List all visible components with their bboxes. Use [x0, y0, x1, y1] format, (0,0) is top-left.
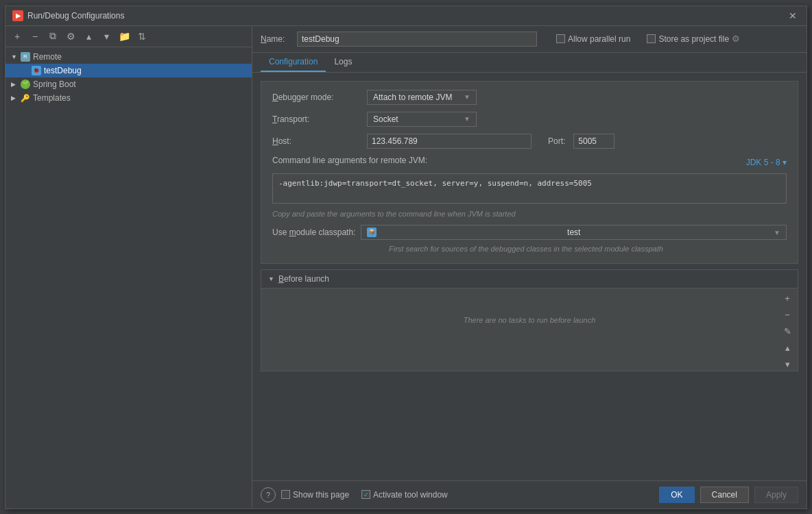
dialog-title: Run/Debug Configurations [27, 11, 124, 21]
app-icon: ▶ [12, 10, 23, 21]
host-label: Host: [272, 136, 361, 146]
before-launch-body: There are no tasks to run before launch … [261, 289, 798, 371]
before-launch-up-button[interactable]: ▴ [780, 341, 795, 356]
templates-arrow: ▶ [11, 95, 18, 101]
config-panel: Debugger mode: Attach to remote JVM ▼ Tr… [252, 73, 807, 480]
tab-logs[interactable]: Logs [326, 53, 360, 72]
before-launch-edit-button[interactable]: ✎ [780, 324, 795, 339]
tab-configuration[interactable]: Configuration [261, 53, 326, 72]
tree-item-templates[interactable]: ▶ 🔑 Templates [5, 91, 252, 105]
parallel-run-option: Allow parallel run [556, 34, 630, 44]
activate-tool-checkbox[interactable] [361, 490, 370, 499]
folder-button[interactable]: 📁 [117, 29, 132, 44]
host-input[interactable] [367, 134, 532, 149]
title-bar: ▶ Run/Debug Configurations ✕ [5, 6, 807, 26]
sort-button[interactable]: ⇅ [134, 29, 150, 44]
cmd-header: Command line arguments for remote JVM: J… [272, 156, 787, 169]
templates-icon: 🔑 [21, 93, 30, 103]
move-up-button[interactable]: ▴ [81, 29, 96, 44]
debugger-mode-value: Attach to remote JVM [373, 93, 452, 102]
before-launch-down-button[interactable]: ▾ [780, 357, 795, 372]
parallel-run-label: Allow parallel run [568, 34, 630, 44]
springboot-icon: 🌱 [21, 79, 30, 89]
run-debug-dialog: ▶ Run/Debug Configurations ✕ + − ⧉ ⚙ [5, 5, 807, 509]
store-project-gear-icon[interactable]: ⚙ [732, 34, 740, 44]
before-launch-add-button[interactable]: + [780, 291, 795, 306]
remote-icon: R [21, 52, 30, 62]
debugger-mode-dropdown[interactable]: Attach to remote JVM ▼ [367, 90, 477, 105]
ok-button[interactable]: OK [659, 487, 694, 503]
before-launch-remove-button[interactable]: − [780, 308, 795, 323]
transport-row: Transport: Socket ▼ [272, 112, 787, 127]
cancel-button[interactable]: Cancel [700, 487, 749, 503]
transport-dropdown[interactable]: Socket ▼ [367, 112, 477, 127]
before-launch-arrow-icon: ▼ [268, 276, 274, 282]
springboot-label: Spring Boot [33, 79, 246, 89]
content-area: + − ⧉ ⚙ ▴ ▾ 📁 [5, 26, 807, 509]
debugger-mode-label: Debugger mode: [272, 93, 361, 102]
classpath-arrow-icon: ▼ [774, 229, 780, 236]
store-project-label: Store as project file [658, 34, 729, 44]
templates-label: Templates [33, 93, 246, 103]
debugger-mode-arrow-icon: ▼ [464, 93, 470, 101]
debugger-mode-row: Debugger mode: Attach to remote JVM ▼ [272, 90, 787, 105]
footer-options: Show this page Activate tool window [281, 490, 448, 500]
main-config-section: Debugger mode: Attach to remote JVM ▼ Tr… [261, 81, 798, 264]
name-field-label: Name: [261, 34, 291, 44]
remote-arrow: ▼ [11, 53, 18, 60]
tree-item-testdebug[interactable]: 🐞 testDebug [5, 64, 252, 77]
tree-item-springboot[interactable]: ▶ 🌱 Spring Boot [5, 77, 252, 91]
footer-actions: OK Cancel Apply [659, 487, 798, 503]
before-launch-title: Before launch [278, 274, 329, 284]
activate-tool-label: Activate tool window [373, 490, 448, 500]
tree-item-remote[interactable]: ▼ R Remote [5, 50, 252, 64]
transport-arrow-icon: ▼ [464, 115, 470, 123]
move-down-button[interactable]: ▾ [99, 29, 114, 44]
classpath-value: test [567, 228, 580, 237]
transport-value: Socket [373, 114, 398, 124]
cmd-label: Command line arguments for remote JVM: [272, 156, 427, 165]
classpath-label: Use module classpath: [272, 228, 355, 237]
store-project-checkbox[interactable] [647, 34, 656, 43]
config-tabs: Configuration Logs [252, 53, 807, 73]
testdebug-label: testDebug [44, 66, 246, 75]
dialog-footer: ? Show this page Activate tool window OK… [252, 480, 807, 509]
classpath-icon: 📦 [367, 228, 377, 237]
classpath-row: Use module classpath: 📦 test ▼ [272, 225, 787, 240]
remote-label: Remote [33, 52, 246, 62]
classpath-dropdown[interactable]: 📦 test ▼ [361, 225, 787, 240]
left-panel: + − ⧉ ⚙ ▴ ▾ 📁 [5, 26, 252, 509]
activate-tool-option: Activate tool window [361, 490, 448, 500]
name-row: Name: Allow parallel run Store as projec… [252, 26, 807, 53]
show-page-checkbox[interactable] [281, 490, 290, 499]
host-port-row: Host: Port: [272, 134, 787, 149]
copy-config-button[interactable]: ⧉ [45, 29, 60, 44]
before-launch-section: ▼ Before launch There are no tasks to ru… [261, 269, 798, 371]
springboot-arrow: ▶ [11, 81, 18, 88]
port-input[interactable] [573, 134, 614, 149]
close-button[interactable]: ✕ [786, 10, 800, 21]
port-label: Port: [548, 136, 565, 146]
cmd-hint: Copy and paste the arguments to the comm… [272, 210, 787, 218]
jdk-version-link[interactable]: JDK 5 - 8 ▾ [746, 158, 787, 167]
right-panel: Name: Allow parallel run Store as projec… [252, 26, 807, 509]
settings-config-button[interactable]: ⚙ [63, 29, 78, 44]
left-toolbar: + − ⧉ ⚙ ▴ ▾ 📁 [5, 26, 252, 47]
add-config-button[interactable]: + [10, 29, 25, 44]
config-tree: ▼ R Remote 🐞 testDebug ▶ 🌱 Spring Boot [5, 47, 252, 509]
classpath-hint: First search for sources of the debugged… [389, 244, 787, 254]
before-launch-empty-message: There are no tasks to run before launch [261, 289, 798, 352]
remove-config-button[interactable]: − [27, 29, 43, 44]
before-launch-sidebar: + − ✎ ▴ ▾ [777, 289, 798, 375]
help-button[interactable]: ? [261, 487, 276, 502]
show-page-label: Show this page [293, 490, 349, 500]
parallel-run-checkbox[interactable] [556, 34, 565, 43]
cmd-textarea[interactable]: -agentlib:jdwp=transport=dt_socket, serv… [272, 173, 787, 204]
name-input[interactable] [297, 32, 537, 47]
show-page-option: Show this page [281, 490, 349, 500]
before-launch-header[interactable]: ▼ Before launch [261, 270, 798, 289]
transport-label: Transport: [272, 114, 361, 124]
store-project-option: Store as project file ⚙ [647, 34, 740, 44]
title-bar-left: ▶ Run/Debug Configurations [12, 10, 124, 21]
apply-button[interactable]: Apply [754, 487, 798, 503]
